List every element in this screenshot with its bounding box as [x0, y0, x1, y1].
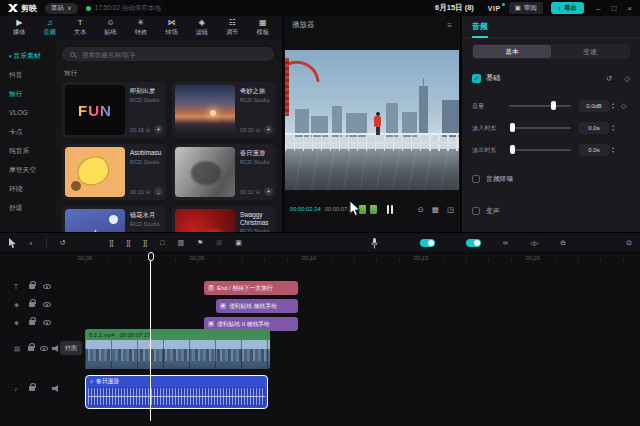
lock-icon[interactable] — [29, 302, 35, 307]
playhead-handle[interactable] — [148, 252, 154, 261]
slider-thumb[interactable] — [510, 123, 515, 132]
visibility-eye-icon[interactable] — [43, 284, 51, 289]
add-to-track-button[interactable]: + — [264, 125, 273, 134]
split-icon[interactable]: ][ — [110, 238, 114, 248]
sidebar-item-vlog[interactable]: VLOG — [0, 103, 56, 122]
delete-icon[interactable]: □ — [160, 238, 164, 248]
lock-icon[interactable] — [29, 386, 35, 391]
tab-filters[interactable]: ◈ 滤镜 — [196, 19, 208, 37]
tab-speed[interactable]: 变速 — [551, 45, 629, 58]
fade-in-value[interactable]: 0.0s — [579, 122, 609, 134]
denoise-checkbox[interactable] — [472, 175, 480, 183]
volume-slider[interactable] — [509, 105, 571, 107]
sticker-clip[interactable]: ◈ 便利贴纸 横线手绘 — [216, 299, 298, 313]
keyframe-icon[interactable]: ◇ — [621, 102, 626, 110]
sidebar-item-soothing[interactable]: 舒缓 — [0, 198, 56, 217]
keyframe-icon[interactable]: ◇ — [624, 74, 630, 83]
visibility-eye-icon[interactable] — [40, 346, 48, 351]
music-card[interactable]: Asobimasu RCD Studio 00:21 ☆ ↓ — [62, 144, 166, 200]
step-down-icon[interactable]: ▾ — [612, 150, 614, 154]
auto-snap-toggle[interactable] — [466, 239, 481, 247]
lock-icon[interactable] — [29, 284, 35, 289]
favorite-star-icon[interactable]: ☆ — [145, 187, 151, 196]
link-clips-icon[interactable]: ∞ — [503, 233, 508, 253]
undo-icon[interactable]: ↺ — [60, 238, 66, 248]
playhead-line[interactable] — [150, 252, 151, 421]
music-card[interactable]: 春日漫游 RCD Studio 00:11 ☆ + — [172, 144, 276, 200]
lock-icon[interactable] — [29, 320, 35, 325]
maximize-button[interactable]: □ — [611, 4, 616, 13]
minimize-button[interactable]: – — [596, 4, 600, 13]
marker-flag-icon[interactable]: ⚑ — [197, 238, 203, 248]
download-button[interactable]: ↓ — [154, 187, 163, 196]
music-card[interactable]: ♪ 镜花水月 RCD Studio — [62, 206, 166, 232]
tab-adjust[interactable]: ☷ 调节 — [226, 19, 238, 37]
sidebar-item-instrumental[interactable]: 纯音乐 — [0, 141, 56, 160]
step-down-icon[interactable]: ▾ — [612, 106, 614, 110]
smart-tool-icon[interactable]: ▣ — [235, 238, 242, 248]
select-tool-chevron-icon[interactable]: ∨ — [29, 238, 33, 248]
fade-in-slider[interactable] — [509, 127, 571, 129]
export-button[interactable]: ↑ 导出 — [551, 2, 584, 14]
favorite-star-icon[interactable]: ☆ — [255, 125, 261, 134]
music-card[interactable]: FUN 即刻出发 RCD Studio 00:18 ☆ + — [62, 82, 166, 138]
slider-thumb[interactable] — [510, 145, 515, 154]
crop-icon[interactable]: ⊞ — [216, 238, 222, 248]
music-card[interactable]: 奇妙之旅 RCD Studio 03:30 ☆ + — [172, 82, 276, 138]
pause-button[interactable] — [387, 205, 393, 214]
sidebar-item-music-assets[interactable]: ▾ 音乐素材 — [0, 46, 56, 65]
ratio-icon[interactable]: ▦ — [432, 205, 439, 214]
favorite-star-icon[interactable]: ☆ — [145, 125, 151, 134]
review-button[interactable]: ▣ 审阅 — [509, 2, 543, 14]
mute-speaker-icon[interactable] — [52, 385, 60, 392]
music-card[interactable]: Swaggy Christmas RCD Studio — [172, 206, 276, 232]
tab-text[interactable]: T 文本 — [74, 19, 86, 37]
basic-checkbox-checked[interactable]: ✓ — [472, 74, 481, 83]
tab-audio[interactable]: ♫ 音频 — [43, 19, 55, 37]
add-to-track-button[interactable]: + — [154, 125, 163, 134]
freeze-frame-icon[interactable]: ▥ — [177, 238, 184, 248]
search-input[interactable] — [80, 50, 250, 59]
player-menu-icon[interactable]: ≡ — [447, 21, 452, 30]
fade-out-value[interactable]: 0.0s — [579, 144, 609, 156]
draft-menu-button[interactable]: 草稿 ∨ — [45, 3, 78, 14]
visibility-eye-icon[interactable] — [43, 320, 51, 325]
main-track-magnet-toggle[interactable] — [420, 239, 435, 247]
visibility-eye-icon[interactable] — [43, 302, 51, 307]
snapshot-icon[interactable]: ⊙ — [418, 205, 424, 214]
favorite-star-icon[interactable]: ☆ — [255, 187, 261, 196]
close-button[interactable]: × — [627, 4, 632, 13]
record-voiceover-mic-icon[interactable] — [371, 238, 378, 249]
video-clip[interactable]: 8.2.2.mp4 00:00:07:27 — [85, 329, 270, 369]
step-down-icon[interactable]: ▾ — [612, 128, 614, 132]
sidebar-item-surround[interactable]: 环绕 — [0, 179, 56, 198]
audio-clip-selected[interactable]: ♪ 春日漫游 — [85, 375, 268, 409]
sidebar-item-beat[interactable]: 卡点 — [0, 122, 56, 141]
slider-thumb[interactable] — [551, 101, 556, 110]
trim-right-icon[interactable]: ][ — [143, 238, 147, 248]
mute-speaker-icon[interactable] — [52, 345, 60, 352]
render-quality-icon[interactable]: ⊙ — [626, 233, 632, 253]
add-to-track-button[interactable]: + — [264, 187, 273, 196]
tab-templates[interactable]: ▦ 模板 — [257, 19, 269, 37]
sidebar-item-travel[interactable]: 旅行 — [0, 84, 56, 103]
sidebar-item-douyin[interactable]: 抖音 — [0, 65, 56, 84]
voice-change-checkbox[interactable] — [472, 207, 480, 215]
tab-transitions[interactable]: ⋈ 转场 — [165, 19, 177, 37]
timeline-ruler[interactable]: 00:00 00:05 00:10 00:15 00:20 — [0, 253, 640, 265]
fullscreen-icon[interactable]: ◳ — [447, 205, 454, 214]
text-clip[interactable]: T End / 期待下一次旅行 — [204, 281, 298, 295]
video-preview[interactable] — [285, 50, 459, 190]
tab-basic[interactable]: 基本 — [473, 45, 551, 58]
sidebar-item-modernsky[interactable]: 摩登天空 — [0, 160, 56, 179]
preview-axis-icon[interactable]: ◁▷ — [530, 233, 538, 253]
music-search-bar[interactable] — [62, 47, 274, 61]
fade-out-slider[interactable] — [509, 149, 571, 151]
tab-media[interactable]: ▶ 媒体 — [13, 19, 25, 37]
tab-sticker[interactable]: ☺ 贴纸 — [104, 19, 116, 37]
lock-icon[interactable] — [28, 346, 34, 351]
volume-value[interactable]: 0.0dB — [579, 100, 609, 112]
select-tool-icon[interactable] — [8, 238, 16, 248]
tab-effects[interactable]: ✳ 特效 — [135, 19, 147, 37]
reset-icon[interactable]: ↺ — [606, 74, 612, 83]
